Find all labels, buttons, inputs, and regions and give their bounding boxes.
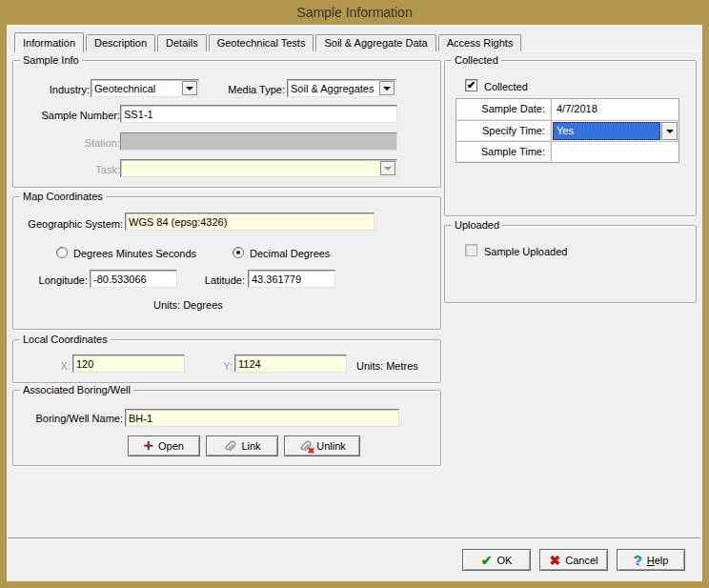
open-cross-icon: ✛ xyxy=(144,440,153,452)
latitude-input[interactable] xyxy=(248,270,335,288)
longitude-input[interactable] xyxy=(90,270,177,288)
help-button[interactable]: ? Help xyxy=(617,549,685,571)
tab-page-information: Sample Info Industry: Geotechnical Media… xyxy=(8,51,701,537)
media-type-label: Media Type: xyxy=(213,84,285,96)
help-question-icon: ? xyxy=(634,554,642,567)
media-type-selected-value: Soil & Aggregates xyxy=(291,83,374,94)
tab-geotechnical-tests[interactable]: Geotechnical Tests xyxy=(209,34,314,51)
local-units-text: Units: Metres xyxy=(356,360,418,373)
sample-date-value[interactable]: 4/7/2018 xyxy=(552,99,679,120)
tab-strip: Information Description Details Geotechn… xyxy=(14,31,523,51)
cancel-x-icon: ✖ xyxy=(550,554,561,567)
specify-time-selected-value: Yes xyxy=(553,122,660,140)
titlebar: Sample Information xyxy=(0,0,709,25)
local-coordinates-legend: Local Coordinates xyxy=(20,334,111,345)
industry-label: Industry: xyxy=(32,84,90,96)
sample-number-label: Sample Number: xyxy=(25,110,120,122)
window-title: Sample Information xyxy=(296,5,412,20)
task-label: Task: xyxy=(53,164,120,176)
sample-uploaded-checkbox-label: Sample Uploaded xyxy=(484,246,567,258)
tab-details[interactable]: Details xyxy=(157,34,207,51)
latitude-label: Latitude: xyxy=(194,274,245,287)
local-x-label: X: xyxy=(42,360,71,373)
ok-button-label: OK xyxy=(496,555,512,566)
station-input xyxy=(120,132,397,151)
radio-decimal-degrees[interactable] xyxy=(233,247,244,258)
unlink-x-icon: ✖ xyxy=(308,447,315,456)
media-type-select[interactable]: Soil & Aggregates xyxy=(287,79,396,97)
longitude-label: Longitude: xyxy=(23,274,88,287)
sample-date-label: Sample Date: xyxy=(456,99,552,120)
dialog-client-area: Information Description Details Geotechn… xyxy=(7,25,702,581)
unlink-button-label: Unlink xyxy=(316,440,346,452)
industry-dropdown-arrow-icon[interactable] xyxy=(182,81,197,95)
map-coordinates-group: Map Coordinates Geographic System: Degre… xyxy=(12,196,441,330)
sample-info-legend: Sample Info xyxy=(20,54,82,66)
paperclip-icon xyxy=(223,440,236,453)
footer-divider xyxy=(8,537,700,539)
industry-selected-value: Geotechnical xyxy=(94,83,155,94)
cancel-button[interactable]: ✖ Cancel xyxy=(539,549,608,571)
geographic-system-input[interactable] xyxy=(125,213,375,231)
map-coordinates-legend: Map Coordinates xyxy=(20,191,106,202)
sample-time-label: Sample Time: xyxy=(456,142,552,162)
cancel-button-label: Cancel xyxy=(565,555,598,566)
industry-select[interactable]: Geotechnical xyxy=(91,79,199,97)
paperclip-unlink-icon: ✖ xyxy=(298,440,312,453)
unlink-button[interactable]: ✖ Unlink xyxy=(284,436,360,456)
sample-information-dialog: Sample Information Information Descripti… xyxy=(0,0,709,588)
link-button[interactable]: Link xyxy=(206,436,278,456)
sample-uploaded-checkbox xyxy=(465,244,477,256)
local-y-label: Y: xyxy=(204,360,233,373)
specify-time-cell: Yes xyxy=(552,121,679,141)
link-button-label: Link xyxy=(241,440,260,452)
collected-grid: Sample Date: 4/7/2018 Specify Time: Yes xyxy=(456,98,679,163)
collected-checkbox-label[interactable]: Collected xyxy=(484,81,528,93)
open-button[interactable]: ✛ Open xyxy=(128,436,200,456)
associated-boring-legend: Associated Boring/Well xyxy=(20,384,133,395)
collected-group: Collected ✔ Collected Sample Date: 4/7/2… xyxy=(444,60,697,216)
open-button-label: Open xyxy=(158,440,184,452)
tab-access-rights[interactable]: Access Rights xyxy=(438,34,522,51)
tab-soil-aggregate-data[interactable]: Soil & Aggregate Data xyxy=(315,34,436,51)
collected-checkbox[interactable]: ✔ xyxy=(465,79,477,91)
tab-information[interactable]: Information xyxy=(14,32,84,52)
uploaded-group: Uploaded Sample Uploaded xyxy=(444,225,697,303)
station-label: Station: xyxy=(44,137,120,150)
ok-check-icon: ✔ xyxy=(481,554,493,567)
uploaded-legend: Uploaded xyxy=(452,219,502,231)
map-units-text: Units: Degrees xyxy=(153,299,223,312)
tab-description[interactable]: Description xyxy=(86,34,155,51)
help-button-label: Help xyxy=(647,555,669,566)
local-coordinates-group: Local Coordinates X: Y: Units: Metres xyxy=(12,339,441,383)
specify-time-label: Specify Time: xyxy=(456,121,552,141)
boring-well-name-input[interactable] xyxy=(125,409,399,427)
sample-time-value[interactable] xyxy=(552,142,679,162)
task-dropdown-arrow-icon xyxy=(380,161,395,175)
sample-info-group: Sample Info Industry: Geotechnical Media… xyxy=(12,60,441,188)
boring-well-name-label: Boring/Well Name: xyxy=(28,413,123,425)
sample-time-row: Sample Time: xyxy=(456,141,679,162)
specify-time-select[interactable]: Yes xyxy=(553,122,678,140)
specify-time-dropdown-arrow-icon[interactable] xyxy=(661,122,678,140)
specify-time-row: Specify Time: Yes xyxy=(456,120,679,141)
ok-button[interactable]: ✔ OK xyxy=(462,549,531,571)
local-y-input[interactable] xyxy=(234,355,347,373)
radio-dms-label[interactable]: Degrees Minutes Seconds xyxy=(73,248,196,260)
task-select xyxy=(120,159,397,177)
collected-legend: Collected xyxy=(452,54,501,66)
media-type-dropdown-arrow-icon[interactable] xyxy=(379,81,395,95)
sample-number-input[interactable] xyxy=(120,105,397,123)
associated-boring-group: Associated Boring/Well Boring/Well Name:… xyxy=(12,390,441,466)
sample-date-row: Sample Date: 4/7/2018 xyxy=(456,99,679,120)
geographic-system-label: Geographic System: xyxy=(18,218,123,231)
radio-degrees-minutes-seconds[interactable] xyxy=(56,247,68,258)
radio-dd-label[interactable]: Decimal Degrees xyxy=(250,248,330,260)
local-x-input[interactable] xyxy=(72,355,185,373)
